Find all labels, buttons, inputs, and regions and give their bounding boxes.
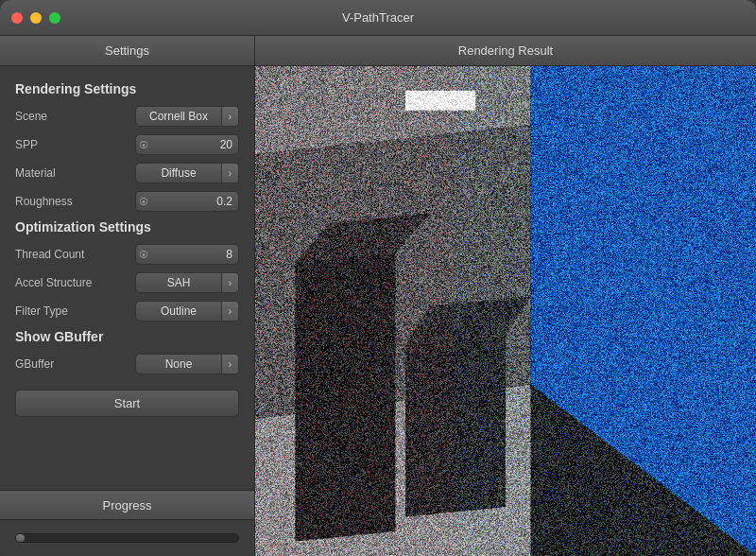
window-controls[interactable]	[11, 12, 60, 24]
window-title: V-PathTracer	[342, 10, 414, 25]
thread-count-label: Thread Count	[15, 248, 91, 261]
material-label: Material	[15, 166, 91, 180]
gbuffer-row: GBuffer None ›	[15, 354, 239, 374]
accel-structure-control[interactable]: SAH ›	[135, 272, 239, 293]
gbuffer-control[interactable]: None ›	[135, 354, 239, 374]
title-bar: V-PathTracer	[0, 0, 756, 36]
filter-type-row: Filter Type Outline ›	[15, 301, 239, 321]
filter-type-arrow[interactable]: ›	[221, 302, 238, 321]
scene-value: Cornell Box	[136, 110, 221, 123]
optimization-settings-title: Optimization Settings	[15, 219, 239, 235]
rendering-settings-title: Rendering Settings	[15, 81, 239, 96]
filter-type-control[interactable]: Outline ›	[135, 301, 239, 321]
left-panel: Settings Rendering Settings Scene Cornel…	[0, 36, 255, 556]
thread-count-row: Thread Count ⦿ 8	[15, 244, 239, 265]
gbuffer-title: Show GBuffer	[15, 329, 239, 344]
filter-type-value: Outline	[136, 304, 221, 318]
material-control[interactable]: Diffuse ›	[135, 163, 239, 183]
spp-label: SPP	[15, 138, 91, 151]
settings-header: Settings	[0, 36, 254, 66]
gbuffer-value: None	[136, 357, 221, 371]
start-button[interactable]: Start	[15, 390, 239, 417]
right-panel: Rendering Result	[255, 36, 756, 556]
settings-content: Rendering Settings Scene Cornell Box › S…	[0, 66, 254, 490]
render-header: Rendering Result	[255, 36, 756, 66]
maximize-button[interactable]	[49, 12, 60, 24]
spp-control[interactable]: ⦿ 20	[135, 134, 239, 155]
progress-bar-container	[0, 520, 254, 556]
thread-count-stepper-icon: ⦿	[136, 245, 151, 264]
progress-header: Progress	[0, 491, 254, 520]
scene-control[interactable]: Cornell Box ›	[135, 106, 239, 127]
thread-count-control[interactable]: ⦿ 8	[135, 244, 239, 265]
roughness-row: Roughness ⦿ 0.2	[15, 191, 239, 212]
close-button[interactable]	[11, 12, 23, 24]
minimize-button[interactable]	[30, 12, 42, 24]
render-canvas	[255, 66, 756, 556]
accel-structure-row: Accel Structure SAH ›	[15, 272, 239, 293]
material-row: Material Diffuse ›	[15, 163, 239, 183]
spp-value: 20	[151, 138, 238, 151]
filter-type-label: Filter Type	[15, 304, 91, 318]
render-output	[255, 66, 756, 556]
accel-structure-arrow[interactable]: ›	[221, 273, 238, 292]
gbuffer-label: GBuffer	[15, 357, 91, 371]
progress-fill	[16, 534, 25, 542]
thread-count-value: 8	[151, 248, 238, 261]
material-arrow[interactable]: ›	[221, 164, 238, 182]
accel-structure-value: SAH	[136, 276, 221, 289]
spp-stepper-icon: ⦿	[136, 135, 151, 154]
material-value: Diffuse	[136, 166, 221, 180]
roughness-value: 0.2	[151, 195, 238, 208]
scene-label: Scene	[15, 110, 91, 123]
spp-row: SPP ⦿ 20	[15, 134, 239, 155]
gbuffer-arrow[interactable]: ›	[221, 355, 238, 374]
roughness-stepper-icon: ⦿	[136, 192, 151, 211]
scene-arrow[interactable]: ›	[221, 107, 238, 126]
progress-track	[15, 533, 239, 543]
roughness-label: Roughness	[15, 195, 91, 208]
roughness-control[interactable]: ⦿ 0.2	[135, 191, 239, 212]
scene-row: Scene Cornell Box ›	[15, 106, 239, 127]
progress-section: Progress	[0, 490, 254, 556]
main-container: Settings Rendering Settings Scene Cornel…	[0, 36, 756, 556]
accel-structure-label: Accel Structure	[15, 276, 92, 289]
